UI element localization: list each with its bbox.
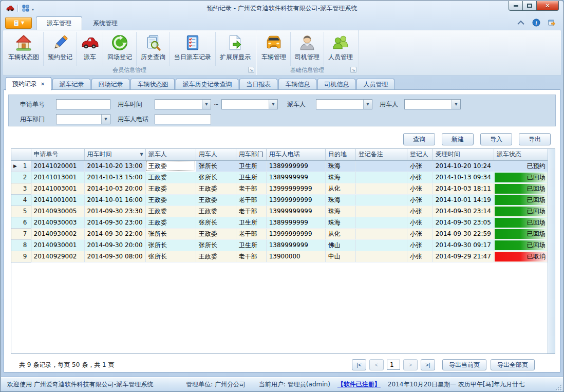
- ribbon-button-history-search[interactable]: 历史查询: [137, 32, 170, 66]
- doc-tab-2[interactable]: 回场记录: [91, 79, 129, 90]
- grid-cell-status[interactable]: 已回场: [494, 194, 548, 206]
- column-header-1[interactable]: 申请单号: [31, 149, 84, 160]
- doc-tab-5[interactable]: 当日报表: [239, 79, 277, 90]
- action-button-3[interactable]: 导出: [519, 133, 551, 145]
- column-header-5[interactable]: 用车部门: [236, 149, 266, 160]
- grid-cell[interactable]: 张所长: [145, 239, 196, 251]
- grid-cell[interactable]: 13900000: [266, 251, 325, 262]
- grid-cell[interactable]: 13999999999: [266, 183, 325, 194]
- column-header-6[interactable]: 用车人电话: [266, 149, 325, 160]
- row-header[interactable]: 4: [11, 194, 31, 206]
- grid-cell-status[interactable]: 已预约: [494, 160, 548, 172]
- grid-cell[interactable]: [355, 194, 407, 206]
- row-header[interactable]: 6: [11, 217, 31, 228]
- grid-cell[interactable]: 卫生所: [236, 239, 266, 251]
- column-header-8[interactable]: 登记备注: [355, 149, 407, 160]
- grid-cell[interactable]: [355, 217, 407, 228]
- close-tab-icon[interactable]: ✕: [41, 79, 45, 89]
- doc-tab-3[interactable]: 车辆状态图: [130, 79, 175, 90]
- request-no-input[interactable]: [56, 99, 110, 109]
- grid-cell[interactable]: 小张: [407, 160, 433, 172]
- grid-cell-status[interactable]: 已回场: [494, 183, 548, 194]
- grid-cell-status[interactable]: 已回场: [494, 217, 548, 228]
- grid-cell[interactable]: 珠海: [325, 172, 355, 183]
- ribbon-button-extend-screen[interactable]: 扩展屏显示: [216, 32, 255, 66]
- doc-tab-8[interactable]: 人员管理: [356, 79, 394, 90]
- dispatcher-combo[interactable]: ▼: [316, 99, 372, 109]
- chevron-down-icon[interactable]: ▼: [363, 100, 372, 109]
- grid-cell[interactable]: [355, 172, 407, 183]
- grid-cell[interactable]: 20140930001: [31, 239, 84, 251]
- column-header-2[interactable]: 用车时间▼: [84, 149, 145, 160]
- grid-cell[interactable]: 珠海: [325, 217, 355, 228]
- dialog-launcher-icon[interactable]: ↘: [350, 67, 356, 73]
- ribbon-button-people[interactable]: 人员管理: [324, 32, 357, 66]
- grid-cell[interactable]: 张所长: [196, 239, 236, 251]
- grid-cell[interactable]: 2014-10-13 09:34: [433, 172, 494, 183]
- grid-cell[interactable]: 20140930003: [31, 217, 84, 228]
- grid-cell[interactable]: 老干部: [236, 228, 266, 239]
- grid-cell[interactable]: 13999999999: [266, 206, 325, 217]
- grid-cell[interactable]: 张所长: [196, 217, 236, 228]
- grid-cell-status[interactable]: 已回场: [494, 239, 548, 251]
- first-page-button[interactable]: |<: [352, 359, 366, 370]
- ribbon-tab-1[interactable]: 系统管理: [82, 16, 128, 30]
- row-header[interactable]: 7: [11, 228, 31, 239]
- grid-cell[interactable]: 小张: [407, 251, 433, 262]
- ribbon-button-checklist[interactable]: 当日派车记录: [170, 32, 216, 66]
- grid-cell[interactable]: 珠海: [325, 194, 355, 206]
- grid-cell[interactable]: 1389999999: [266, 172, 325, 183]
- grid-cell-status[interactable]: 已回场: [494, 206, 548, 217]
- grid-cell[interactable]: 张所长: [196, 172, 236, 183]
- action-button-0[interactable]: 查询: [403, 133, 435, 145]
- grid-cell[interactable]: 王政委: [145, 172, 196, 183]
- grid-cell[interactable]: 卫生所: [236, 172, 266, 183]
- grid-cell[interactable]: 2014-10-13 15:00: [84, 172, 145, 183]
- ribbon-button-pencil[interactable]: 预约登记: [44, 32, 77, 66]
- user-phone-input[interactable]: [155, 114, 211, 124]
- grid-corner-header[interactable]: [11, 149, 31, 160]
- skin-theme-icon[interactable]: [548, 18, 556, 27]
- grid-cell[interactable]: 从化: [325, 228, 355, 239]
- department-combo[interactable]: ▼: [56, 114, 110, 124]
- grid-cell[interactable]: 2014-10-20 13:00: [84, 160, 145, 172]
- info-icon[interactable]: i: [532, 18, 540, 27]
- grid-cell[interactable]: 小张: [407, 172, 433, 183]
- export-current-page-button[interactable]: 导出当前页: [442, 359, 486, 370]
- grid-cell[interactable]: 珠海: [325, 206, 355, 217]
- column-header-9[interactable]: 登记人: [407, 149, 433, 160]
- ribbon-button-house[interactable]: 车辆状态图: [4, 32, 44, 66]
- grid-cell[interactable]: 2014-09-30 22:59: [433, 228, 494, 239]
- app-menu-button[interactable]: ▼: [5, 17, 32, 29]
- ribbon-button-vehicle[interactable]: 车辆管理: [257, 32, 291, 66]
- chevron-down-icon[interactable]: ▼: [269, 100, 277, 109]
- grid-cell[interactable]: 2014-09-30 23:00: [84, 217, 145, 228]
- grid-cell[interactable]: 20141013001: [31, 172, 84, 183]
- title-bar[interactable]: ▾ 预约记录 - 广州爱奇迪软件科技有限公司-派车管理系统 ✕: [1, 1, 563, 15]
- grid-cell[interactable]: 中山: [325, 251, 355, 262]
- grid-cell[interactable]: 20140930005: [31, 206, 84, 217]
- grid-cell[interactable]: 王政委: [145, 194, 196, 206]
- grid-cell[interactable]: 2014-10-03 20:00: [84, 183, 145, 194]
- column-header-11[interactable]: 派车状态: [494, 149, 548, 160]
- use-time-to-combo[interactable]: ▼: [221, 99, 278, 109]
- grid-cell[interactable]: 小张: [407, 206, 433, 217]
- action-button-1[interactable]: 新建: [442, 133, 474, 145]
- grid-cell[interactable]: 2014-09-30 23:05: [433, 217, 494, 228]
- maximize-button[interactable]: [522, 1, 537, 11]
- grid-cell[interactable]: 13999999999: [266, 194, 325, 206]
- action-button-2[interactable]: 导入: [480, 133, 512, 145]
- grid-cell[interactable]: 2014-09-30 23:30: [84, 206, 145, 217]
- grid-cell[interactable]: 王政委: [145, 160, 196, 172]
- grid-cell[interactable]: 20141003001: [31, 183, 84, 194]
- row-header[interactable]: 8: [11, 239, 31, 251]
- grid-cell[interactable]: 卫生所: [236, 160, 266, 172]
- row-header[interactable]: 5: [11, 206, 31, 217]
- grid-cell[interactable]: [355, 251, 407, 262]
- grid-cell[interactable]: 2014-09-30 22:00: [84, 228, 145, 239]
- ribbon-tab-0[interactable]: 派车管理: [36, 16, 82, 30]
- grid-cell-status[interactable]: 已回场: [494, 172, 548, 183]
- grid-cell[interactable]: 王政委: [145, 217, 196, 228]
- ribbon-button-recycle[interactable]: 回场登记: [103, 32, 137, 66]
- grid-cell[interactable]: 王政委: [196, 183, 236, 194]
